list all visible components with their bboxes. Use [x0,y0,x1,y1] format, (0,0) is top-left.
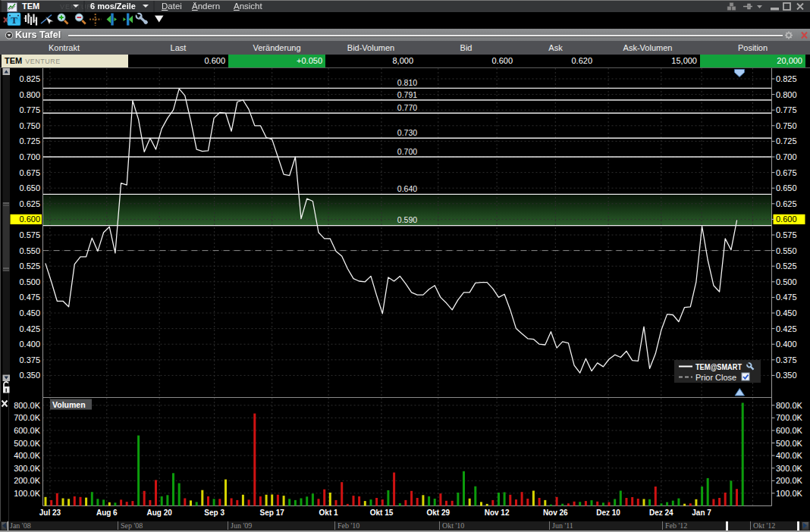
svg-text:0.600: 0.600 [776,214,797,224]
svg-text:0.375: 0.375 [19,355,40,365]
svg-text:Volumen: Volumen [52,400,86,409]
svg-text:0.700: 0.700 [19,152,40,161]
svg-text:Sep 3: Sep 3 [204,509,224,517]
svg-text:0.810: 0.810 [397,78,417,87]
svg-text:T: T [11,14,17,26]
svg-text:0.375: 0.375 [776,355,797,365]
svg-text:0.625: 0.625 [776,199,797,208]
svg-text:700.0K: 700.0K [776,413,803,422]
svg-text:0.550: 0.550 [776,246,797,255]
svg-text:0.425: 0.425 [776,324,797,333]
svg-text:0.650: 0.650 [776,183,797,192]
svg-text:0.750: 0.750 [776,121,797,130]
svg-text:0.425: 0.425 [19,324,40,333]
svg-text:0.825: 0.825 [19,74,40,83]
svg-text:800.0K: 800.0K [14,401,41,410]
svg-text:Nov 26: Nov 26 [543,509,568,517]
svg-text:0.500: 0.500 [19,277,40,286]
svg-text:500.0K: 500.0K [14,439,41,448]
svg-text:0.825: 0.825 [776,74,797,83]
svg-text:400.0K: 400.0K [14,451,41,460]
svg-text:0.800: 0.800 [19,90,40,99]
svg-text:0.450: 0.450 [776,308,797,318]
svg-text:0.500: 0.500 [776,277,797,286]
svg-text:Okt 29: Okt 29 [427,509,451,517]
svg-text:500.0K: 500.0K [776,439,803,448]
svg-text:0.625: 0.625 [19,199,40,208]
svg-text:Okt 15: Okt 15 [370,509,394,517]
svg-text:0.750: 0.750 [19,121,40,130]
svg-text:0.400: 0.400 [19,340,40,349]
svg-text:0.730: 0.730 [397,128,417,137]
svg-text:Jul 23: Jul 23 [39,509,61,517]
svg-text:0.800: 0.800 [776,90,797,99]
svg-text:0.675: 0.675 [776,168,797,177]
svg-text:TEM@SMART: TEM@SMART [695,362,742,371]
svg-text:100.0K: 100.0K [776,489,803,498]
svg-text:0.350: 0.350 [776,371,797,380]
svg-text:0.575: 0.575 [776,230,797,239]
svg-text:600.0K: 600.0K [14,426,41,435]
svg-text:Dez 24: Dez 24 [649,509,673,517]
svg-text:0.725: 0.725 [776,136,797,146]
svg-text:600.0K: 600.0K [776,426,803,435]
svg-text:Dez 10: Dez 10 [596,509,620,517]
svg-text:700.0K: 700.0K [14,413,41,422]
svg-text:Sep 17: Sep 17 [260,509,285,517]
svg-text:0.590: 0.590 [397,215,417,224]
svg-text:Jan 7: Jan 7 [692,509,711,517]
svg-text:0.675: 0.675 [19,168,40,177]
svg-text:0.550: 0.550 [19,246,40,255]
svg-text:0.700: 0.700 [776,152,797,161]
svg-text:0.475: 0.475 [776,293,797,302]
svg-text:Okt 1: Okt 1 [319,509,338,517]
svg-text:0.650: 0.650 [19,183,40,192]
svg-text:0.475: 0.475 [19,293,40,302]
svg-text:0.600: 0.600 [19,214,40,224]
svg-text:0.575: 0.575 [19,230,40,239]
svg-text:Aug 6: Aug 6 [96,509,118,517]
svg-text:800.0K: 800.0K [776,401,803,410]
svg-text:300.0K: 300.0K [14,464,41,473]
svg-text:0.525: 0.525 [776,261,797,271]
svg-text:0.350: 0.350 [19,371,40,380]
svg-text:0.450: 0.450 [19,308,40,318]
svg-text:Aug 20: Aug 20 [147,509,173,517]
svg-text:0.700: 0.700 [397,147,417,156]
svg-text:100.0K: 100.0K [14,489,41,498]
svg-text:0.775: 0.775 [19,105,40,114]
svg-text:0.640: 0.640 [397,184,417,193]
svg-text:Nov 12: Nov 12 [485,509,510,517]
svg-text:0.725: 0.725 [19,136,40,146]
svg-text:0.400: 0.400 [776,340,797,349]
svg-text:Prior Close: Prior Close [695,373,736,382]
svg-text:200.0K: 200.0K [776,476,803,485]
svg-text:0.775: 0.775 [776,105,797,114]
svg-text:0.770: 0.770 [397,103,417,112]
svg-text:0.791: 0.791 [397,90,417,99]
svg-text:0.525: 0.525 [19,261,40,271]
svg-text:200.0K: 200.0K [14,476,41,485]
svg-text:400.0K: 400.0K [776,451,803,460]
svg-text:300.0K: 300.0K [776,464,803,473]
